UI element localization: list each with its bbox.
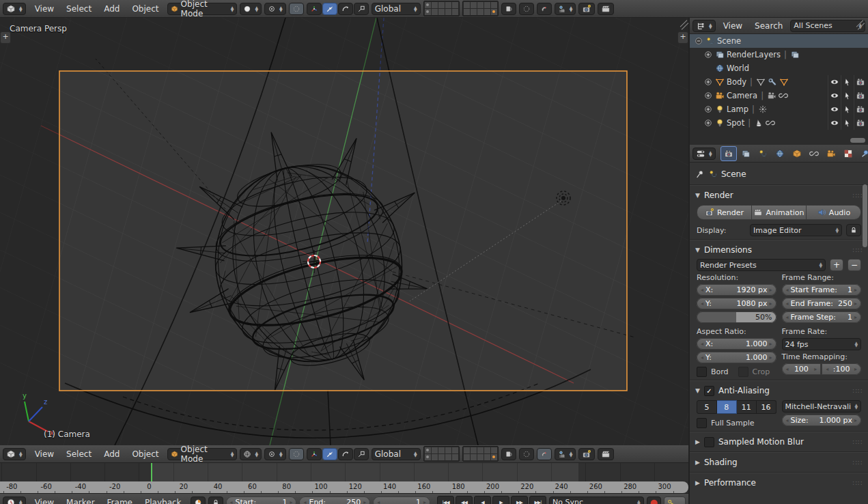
mode-dropdown[interactable]: Object Mode ▲▼ [167,448,237,460]
lock-time-button[interactable] [208,496,223,504]
panel-grip-icon[interactable]: ∷∷ [852,438,863,446]
decrement-arrow-icon[interactable]: ◂ [230,499,233,504]
menu-select[interactable]: Select [60,4,98,14]
menu-playback[interactable]: Playback [139,498,188,504]
auto-keyframe-button[interactable] [664,496,686,504]
animation-button[interactable]: Animation [752,205,807,220]
menu-marker[interactable]: Marker [60,498,100,504]
restrict-cursor-toggle[interactable] [841,75,854,89]
increment-arrow-icon[interactable]: ▸ [854,300,857,307]
aa-sample-8-button[interactable]: 8 [717,400,737,414]
frame-step-field[interactable]: ◂ Frame Step: 1 ▸ [782,311,862,323]
resolution-y-field[interactable]: ◂ Y: 1080 px ▸ [697,298,776,309]
menu-view[interactable]: View [29,4,60,14]
opengl-render-anim-button[interactable] [598,3,614,15]
increment-arrow-icon[interactable]: ▸ [769,341,772,347]
layer-cell[interactable] [452,454,458,460]
pivot-point-dropdown[interactable]: ▲▼ [264,448,286,460]
layer-cell[interactable] [432,454,438,460]
menu-add[interactable]: Add [98,4,126,14]
restrict-camrest-toggle[interactable] [854,116,867,130]
manipulator-rotate-button[interactable] [338,448,353,460]
manipulator-translate-button[interactable] [322,448,337,460]
tab-constraints-tab[interactable] [806,146,822,161]
current-frame-field[interactable]: ◂ 1 ▸ [373,496,430,504]
editor-type-button[interactable]: ▲▼ [3,496,26,504]
layer-cell[interactable] [445,2,451,8]
proportional-edit-button[interactable] [519,3,534,15]
layer-cell[interactable] [471,9,477,15]
decrement-arrow-icon[interactable]: ◂ [786,417,789,423]
remap-old-field[interactable]: ◂ 100 ▸ [782,363,822,375]
panel-grip-icon[interactable]: ∷∷ [852,387,863,395]
sync-dropdown[interactable]: No Sync ▲▼ [549,496,644,504]
render-panel-header[interactable]: ▼ Render ∷∷ [695,188,863,202]
decrement-arrow-icon[interactable]: ◂ [826,366,828,372]
layer-cell[interactable] [477,447,484,453]
decrement-arrow-icon[interactable]: ◂ [786,366,789,372]
decrement-arrow-icon[interactable]: ◂ [786,314,789,320]
panel-header-performance[interactable]: ▶Performance∷∷ [695,476,863,490]
anti-aliasing-panel-header[interactable]: ▼ ✓ Anti-Aliasing ∷∷ [695,384,863,397]
tab-object-tab[interactable] [789,146,805,161]
layer-cell[interactable] [471,454,477,460]
manipulator-scale-button[interactable] [354,3,369,15]
aa-filter-dropdown[interactable]: Mitchell-Netravali ▲▼ [782,400,862,412]
tab-renderlayers-tab[interactable] [738,146,754,161]
restrict-eye-toggle[interactable] [828,116,841,130]
decrement-arrow-icon[interactable]: ◂ [786,287,789,293]
editor-type-button[interactable]: ▲▼ [3,448,26,460]
lock-to-scene-button[interactable] [501,448,516,460]
menu-object[interactable]: Object [126,4,165,14]
resolution-x-field[interactable]: ◂ X: 1920 px ▸ [697,284,776,296]
decrement-arrow-icon[interactable]: ◂ [303,499,306,504]
decrement-arrow-icon[interactable]: ◂ [701,341,703,347]
manipulator-toggle[interactable] [307,448,322,460]
resolution-percentage-slider[interactable]: 50% [697,311,776,323]
layer-cell[interactable] [477,9,484,15]
layer-cell[interactable] [445,454,451,460]
play-button[interactable]: ▶ [492,496,509,504]
panel-header-sampled-motion-blur[interactable]: ▶Sampled Motion Blur∷∷ [695,435,863,449]
restrict-eye-toggle[interactable] [828,89,841,102]
remove-preset-button[interactable]: − [848,259,861,271]
layers-grid-2[interactable] [462,1,499,16]
tab-object-data-tab[interactable] [823,146,839,161]
menu-view[interactable]: View [717,21,748,31]
expand-triangle-icon[interactable]: ▼ [695,192,700,199]
decrement-arrow-icon[interactable]: ◂ [701,300,703,307]
end-frame-field[interactable]: ◂ End: 250 ▸ [299,496,370,504]
outliner-scrollbar[interactable] [850,138,865,143]
orientation-dropdown[interactable]: Global ▲▼ [372,448,421,460]
aa-sample-16-button[interactable]: 16 [757,400,776,414]
display-dropdown[interactable]: Image Editor ▲▼ [750,224,842,236]
layers-grid-2[interactable] [462,446,499,462]
render-presets-dropdown[interactable]: Render Presets ▲▼ [697,259,826,271]
timeline-track[interactable] [0,463,688,481]
manipulator-toggle[interactable] [307,3,322,15]
outliner-row-body[interactable]: Body| [690,75,868,89]
display-filter-dropdown[interactable]: All Scenes ▲▼ [790,20,865,32]
manipulator-translate-button[interactable] [322,3,337,15]
viewport-shading-dropdown[interactable]: ▲▼ [240,448,262,460]
restrict-eye-toggle[interactable] [828,75,841,89]
increment-arrow-icon[interactable]: ▸ [363,499,366,504]
menu-select[interactable]: Select [60,449,98,459]
panel-grip-icon[interactable]: ∷∷ [852,247,863,254]
opengl-render-anim-button[interactable] [598,448,614,460]
expand-triangle-icon[interactable]: ▶ [695,479,700,486]
panel-grip-icon[interactable]: ∷∷ [852,459,863,466]
restrict-cursor-toggle[interactable] [841,116,854,130]
manipulator-rotate-button[interactable] [338,3,353,15]
outliner-row-camera[interactable]: Camera| [690,89,868,102]
orientation-dropdown[interactable]: Global ▲▼ [372,3,421,15]
menu-view[interactable]: View [29,498,60,504]
outliner-row-renderlayers[interactable]: RenderLayers| [690,48,868,61]
manipulate-center-points-toggle[interactable] [289,448,304,460]
layer-cell[interactable] [484,454,490,460]
audio-button[interactable]: Audio [807,205,861,220]
mode-dropdown[interactable]: Object Mode ▲▼ [167,3,237,15]
toolshelf-open-tab[interactable]: + [0,31,11,44]
layer-cell[interactable] [425,447,431,453]
layer-cell[interactable] [491,454,497,460]
